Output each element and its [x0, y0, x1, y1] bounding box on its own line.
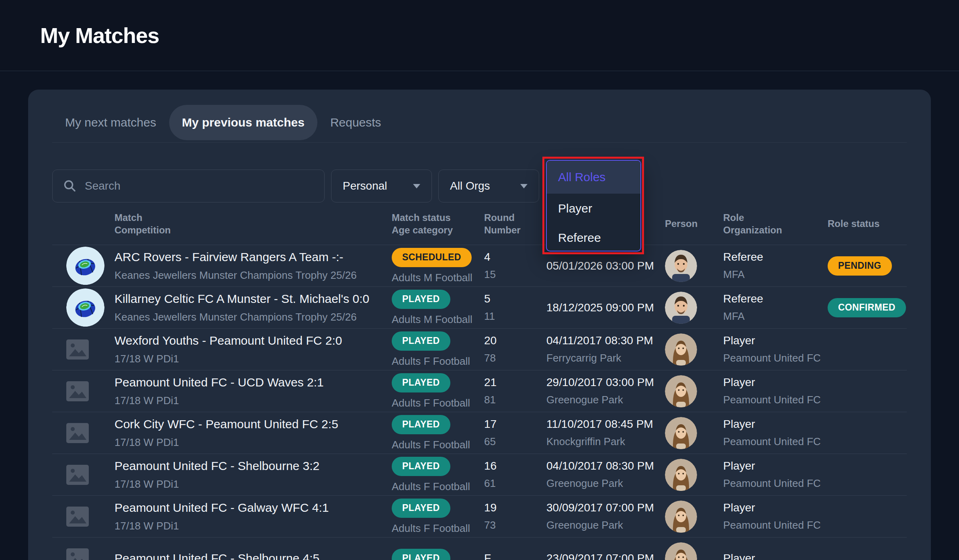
match-icon-cell [52, 381, 115, 401]
my-matches-page: My Matches My next matches My previous m… [0, 0, 959, 560]
match-cell: Wexford Youths - Peamount United FC 2:0 … [115, 334, 392, 365]
org-select-value: All Orgs [450, 180, 490, 192]
role-organization: Peamount United FC [723, 352, 828, 364]
club-logo-icon [66, 247, 104, 285]
header-person: Person [665, 217, 723, 230]
match-status-cell: PLAYED Adults F Football [392, 499, 484, 535]
round-cell: 5 11 [484, 292, 546, 323]
person-avatar-woman [665, 459, 697, 491]
match-competition: 17/18 W PDi1 [115, 520, 392, 532]
person-avatar-man [665, 292, 697, 324]
match-datetime: 23/09/2017 07:00 PM [546, 552, 665, 560]
match-icon-cell [52, 288, 115, 327]
role-cell: Player Peamount United FC [723, 460, 828, 490]
match-status-badge: PLAYED [392, 549, 450, 560]
role-organization: Peamount United FC [723, 394, 828, 406]
date-cell: 23/09/2017 07:00 PM [546, 552, 665, 560]
match-competition: 17/18 W PDi1 [115, 478, 392, 491]
round-value: 21 [484, 376, 546, 389]
match-cell: Cork City WFC - Peamount United FC 2:5 1… [115, 417, 392, 449]
table-header: Match Competition Match status Age categ… [52, 202, 907, 245]
round-value: 19 [484, 501, 546, 514]
age-category: Adults F Football [392, 397, 470, 409]
table-row[interactable]: ARC Rovers - Fairview Rangers A Team -:-… [52, 245, 907, 287]
person-cell [665, 333, 723, 366]
chevron-down-icon [520, 184, 528, 188]
table-row[interactable]: Peamount United FC - Shelbourne 4:5 PLAY… [52, 538, 907, 560]
table-row[interactable]: Wexford Youths - Peamount United FC 2:0 … [52, 329, 907, 370]
age-category: Adults F Football [392, 439, 470, 451]
match-competition: 17/18 W PDi1 [115, 436, 392, 449]
tab-my-previous-matches[interactable]: My previous matches [169, 105, 317, 140]
match-status-badge: PLAYED [392, 499, 450, 518]
match-status-badge: PLAYED [392, 331, 450, 351]
header-organization: Organization [723, 224, 828, 236]
role-cell: Player Peamount United FC [723, 418, 828, 448]
round-cell: 19 73 [484, 501, 546, 531]
round-value: 5 [484, 292, 546, 305]
role-status-cell: PENDING [828, 256, 907, 276]
header-match-status: Match status [392, 211, 484, 224]
match-rows: ARC Rovers - Fairview Rangers A Team -:-… [52, 245, 907, 560]
round-cell: 17 65 [484, 418, 546, 448]
image-placeholder-icon [66, 381, 89, 401]
role-cell: Player Peamount United FC [723, 501, 828, 531]
round-cell: F [484, 552, 546, 560]
date-cell: 18/12/2025 09:00 PM [546, 301, 665, 314]
tab-requests[interactable]: Requests [317, 105, 394, 140]
age-category: Adults M Football [392, 272, 472, 284]
header-role: Role [723, 211, 828, 224]
match-icon-cell [52, 507, 115, 527]
match-datetime: 04/10/2017 08:30 PM [546, 460, 665, 472]
role-option-referee[interactable]: Referee [547, 223, 640, 251]
round-value: 4 [484, 251, 546, 264]
match-status-cell: PLAYED [392, 549, 484, 560]
date-cell: 11/10/2017 08:45 PM Knockgriffin Park [546, 418, 665, 448]
match-status-cell: PLAYED Adults M Football [392, 290, 484, 326]
person-cell [665, 250, 723, 282]
match-datetime: 18/12/2025 09:00 PM [546, 301, 665, 314]
match-status-badge: PLAYED [392, 373, 450, 392]
match-status-cell: PLAYED Adults F Football [392, 457, 484, 493]
table-row[interactable]: Cork City WFC - Peamount United FC 2:5 1… [52, 412, 907, 454]
round-value: F [484, 552, 546, 560]
role-option-player[interactable]: Player [547, 194, 640, 223]
number-value: 15 [484, 268, 546, 281]
match-competition: Keanes Jewellers Munster Champions Troph… [115, 311, 392, 323]
role-cell: Referee MFA [723, 292, 828, 323]
match-icon-cell [52, 247, 115, 285]
match-title: Peamount United FC - Galway WFC 4:1 [115, 501, 392, 515]
match-cell: Killarney Celtic FC A Munster - St. Mich… [115, 292, 392, 323]
table-row[interactable]: Killarney Celtic FC A Munster - St. Mich… [52, 287, 907, 329]
match-icon-cell [52, 548, 115, 560]
role-organization: Peamount United FC [723, 519, 828, 531]
round-cell: 4 15 [484, 251, 546, 281]
round-value: 16 [484, 460, 546, 472]
org-select[interactable]: All Orgs [438, 170, 539, 202]
role-status-badge: PENDING [828, 256, 892, 276]
person-cell [665, 542, 723, 560]
match-competition: Keanes Jewellers Munster Champions Troph… [115, 269, 392, 282]
scope-select[interactable]: Personal [331, 170, 432, 202]
role-organization: Peamount United FC [723, 477, 828, 490]
role-value: Player [723, 376, 828, 389]
club-logo-icon [66, 288, 104, 327]
match-status-badge: SCHEDULED [392, 248, 472, 267]
tab-my-next-matches[interactable]: My next matches [52, 105, 169, 140]
search-box[interactable] [52, 170, 325, 202]
number-value: 78 [484, 352, 546, 364]
match-cell: Peamount United FC - UCD Waves 2:1 17/18… [115, 376, 392, 407]
table-row[interactable]: Peamount United FC - Galway WFC 4:1 17/1… [52, 496, 907, 538]
role-status-cell: CONFIRMED [828, 298, 907, 317]
role-option-all-roles[interactable]: All Roles [547, 161, 640, 194]
search-input[interactable] [85, 180, 314, 192]
table-row[interactable]: Peamount United FC - UCD Waves 2:1 17/18… [52, 370, 907, 412]
age-category: Adults F Football [392, 522, 470, 535]
match-competition: 17/18 W PDi1 [115, 394, 392, 407]
role-value: Player [723, 334, 828, 347]
table-row[interactable]: Peamount United FC - Shelbourne 3:2 17/1… [52, 454, 907, 496]
match-icon-cell [52, 339, 115, 360]
match-title: Peamount United FC - Shelbourne 3:2 [115, 459, 392, 473]
date-cell: 30/09/2017 07:00 PM Greenogue Park [546, 501, 665, 531]
number-value: 81 [484, 394, 546, 406]
